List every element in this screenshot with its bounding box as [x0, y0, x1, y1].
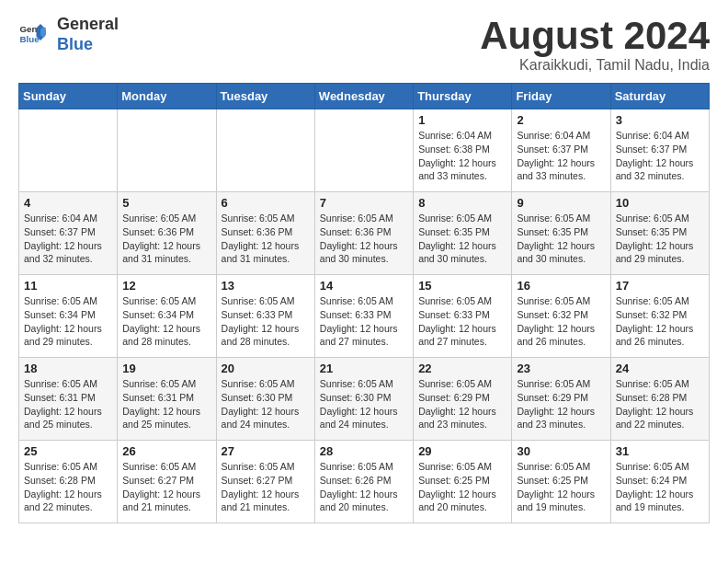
day-info: Sunrise: 6:05 AM Sunset: 6:27 PM Dayligh… — [222, 460, 310, 514]
day-number: 3 — [616, 113, 704, 127]
day-info: Sunrise: 6:05 AM Sunset: 6:36 PM Dayligh… — [122, 212, 210, 266]
calendar-week-row: 1Sunrise: 6:04 AM Sunset: 6:38 PM Daylig… — [19, 109, 710, 192]
day-number: 5 — [122, 196, 210, 210]
calendar-cell: 9Sunrise: 6:05 AM Sunset: 6:35 PM Daylig… — [512, 192, 610, 275]
day-info: Sunrise: 6:05 AM Sunset: 6:26 PM Dayligh… — [320, 460, 408, 514]
day-number: 4 — [24, 196, 112, 210]
calendar-cell: 8Sunrise: 6:05 AM Sunset: 6:35 PM Daylig… — [414, 192, 512, 275]
calendar-cell: 28Sunrise: 6:05 AM Sunset: 6:26 PM Dayli… — [314, 441, 413, 523]
day-info: Sunrise: 6:05 AM Sunset: 6:29 PM Dayligh… — [418, 377, 506, 431]
day-info: Sunrise: 6:05 AM Sunset: 6:29 PM Dayligh… — [517, 377, 605, 431]
calendar-cell: 15Sunrise: 6:05 AM Sunset: 6:33 PM Dayli… — [414, 275, 512, 358]
calendar-cell: 3Sunrise: 6:04 AM Sunset: 6:37 PM Daylig… — [610, 109, 709, 192]
day-number: 16 — [517, 279, 605, 293]
day-info: Sunrise: 6:05 AM Sunset: 6:27 PM Dayligh… — [122, 460, 210, 514]
header: General Blue GeneralBlue August 2024 Kar… — [18, 15, 710, 74]
day-info: Sunrise: 6:04 AM Sunset: 6:38 PM Dayligh… — [418, 129, 506, 183]
day-info: Sunrise: 6:05 AM Sunset: 6:36 PM Dayligh… — [222, 212, 310, 266]
day-number: 9 — [517, 196, 605, 210]
day-info: Sunrise: 6:05 AM Sunset: 6:33 PM Dayligh… — [222, 294, 310, 349]
calendar-cell: 5Sunrise: 6:05 AM Sunset: 6:36 PM Daylig… — [118, 192, 216, 275]
calendar-cell: 4Sunrise: 6:04 AM Sunset: 6:37 PM Daylig… — [19, 192, 118, 275]
calendar-cell: 12Sunrise: 6:05 AM Sunset: 6:34 PM Dayli… — [118, 275, 216, 358]
calendar-cell: 20Sunrise: 6:05 AM Sunset: 6:30 PM Dayli… — [216, 358, 314, 441]
day-info: Sunrise: 6:05 AM Sunset: 6:25 PM Dayligh… — [517, 460, 605, 514]
page-title: August 2024 — [480, 15, 710, 57]
day-info: Sunrise: 6:05 AM Sunset: 6:30 PM Dayligh… — [320, 377, 408, 431]
calendar-cell: 14Sunrise: 6:05 AM Sunset: 6:33 PM Dayli… — [314, 275, 413, 358]
day-number: 7 — [320, 196, 408, 210]
calendar-cell: 6Sunrise: 6:05 AM Sunset: 6:36 PM Daylig… — [216, 192, 314, 275]
logo-icon: General Blue — [18, 21, 46, 49]
day-number: 25 — [24, 444, 112, 458]
title-section: August 2024 Karaikkudi, Tamil Nadu, Indi… — [480, 15, 710, 74]
day-number: 21 — [320, 362, 408, 375]
calendar-cell — [314, 109, 413, 192]
calendar-cell — [118, 109, 216, 192]
day-info: Sunrise: 6:04 AM Sunset: 6:37 PM Dayligh… — [24, 212, 112, 266]
day-info: Sunrise: 6:04 AM Sunset: 6:37 PM Dayligh… — [616, 129, 704, 183]
day-info: Sunrise: 6:05 AM Sunset: 6:35 PM Dayligh… — [418, 212, 506, 266]
day-info: Sunrise: 6:04 AM Sunset: 6:37 PM Dayligh… — [517, 129, 605, 183]
calendar-week-row: 25Sunrise: 6:05 AM Sunset: 6:28 PM Dayli… — [19, 441, 710, 523]
calendar-cell: 30Sunrise: 6:05 AM Sunset: 6:25 PM Dayli… — [512, 441, 610, 523]
calendar-header-thursday: Thursday — [414, 84, 512, 109]
calendar-header-monday: Monday — [118, 84, 216, 109]
calendar-cell: 18Sunrise: 6:05 AM Sunset: 6:31 PM Dayli… — [19, 358, 118, 441]
calendar-cell — [19, 109, 118, 192]
day-number: 6 — [222, 196, 310, 210]
day-number: 27 — [222, 444, 310, 458]
day-number: 22 — [418, 362, 506, 375]
day-number: 17 — [616, 279, 704, 293]
logo: General Blue GeneralBlue — [18, 15, 119, 54]
day-number: 13 — [222, 279, 310, 293]
day-number: 11 — [24, 279, 112, 293]
calendar-cell: 16Sunrise: 6:05 AM Sunset: 6:32 PM Dayli… — [512, 275, 610, 358]
day-number: 29 — [418, 444, 506, 458]
day-info: Sunrise: 6:05 AM Sunset: 6:35 PM Dayligh… — [517, 212, 605, 266]
calendar-cell: 25Sunrise: 6:05 AM Sunset: 6:28 PM Dayli… — [19, 441, 118, 523]
calendar-cell: 21Sunrise: 6:05 AM Sunset: 6:30 PM Dayli… — [314, 358, 413, 441]
calendar-header-friday: Friday — [512, 84, 610, 109]
calendar-cell: 13Sunrise: 6:05 AM Sunset: 6:33 PM Dayli… — [216, 275, 314, 358]
calendar-week-row: 11Sunrise: 6:05 AM Sunset: 6:34 PM Dayli… — [19, 275, 710, 358]
day-number: 31 — [616, 444, 704, 458]
day-info: Sunrise: 6:05 AM Sunset: 6:28 PM Dayligh… — [24, 460, 112, 514]
day-number: 2 — [517, 113, 605, 127]
day-number: 12 — [122, 279, 210, 293]
day-number: 14 — [320, 279, 408, 293]
page-subtitle: Karaikkudi, Tamil Nadu, India — [480, 57, 710, 74]
calendar-week-row: 18Sunrise: 6:05 AM Sunset: 6:31 PM Dayli… — [19, 358, 710, 441]
day-info: Sunrise: 6:05 AM Sunset: 6:24 PM Dayligh… — [616, 460, 704, 514]
day-number: 23 — [517, 362, 605, 375]
calendar-cell: 17Sunrise: 6:05 AM Sunset: 6:32 PM Dayli… — [610, 275, 709, 358]
day-info: Sunrise: 6:05 AM Sunset: 6:31 PM Dayligh… — [122, 377, 210, 431]
day-number: 28 — [320, 444, 408, 458]
day-number: 24 — [616, 362, 704, 375]
day-info: Sunrise: 6:05 AM Sunset: 6:36 PM Dayligh… — [320, 212, 408, 266]
calendar-cell — [216, 109, 314, 192]
calendar-week-row: 4Sunrise: 6:04 AM Sunset: 6:37 PM Daylig… — [19, 192, 710, 275]
day-info: Sunrise: 6:05 AM Sunset: 6:28 PM Dayligh… — [616, 377, 704, 431]
calendar-cell: 11Sunrise: 6:05 AM Sunset: 6:34 PM Dayli… — [19, 275, 118, 358]
calendar-cell: 2Sunrise: 6:04 AM Sunset: 6:37 PM Daylig… — [512, 109, 610, 192]
calendar-cell: 31Sunrise: 6:05 AM Sunset: 6:24 PM Dayli… — [610, 441, 709, 523]
calendar-cell: 23Sunrise: 6:05 AM Sunset: 6:29 PM Dayli… — [512, 358, 610, 441]
day-info: Sunrise: 6:05 AM Sunset: 6:32 PM Dayligh… — [616, 294, 704, 349]
day-info: Sunrise: 6:05 AM Sunset: 6:31 PM Dayligh… — [24, 377, 112, 431]
day-number: 18 — [24, 362, 112, 375]
day-info: Sunrise: 6:05 AM Sunset: 6:32 PM Dayligh… — [517, 294, 605, 349]
day-number: 20 — [222, 362, 310, 375]
logo-blue-text: Blue — [57, 35, 119, 55]
day-number: 1 — [418, 113, 506, 127]
calendar-cell: 27Sunrise: 6:05 AM Sunset: 6:27 PM Dayli… — [216, 441, 314, 523]
calendar-cell: 7Sunrise: 6:05 AM Sunset: 6:36 PM Daylig… — [314, 192, 413, 275]
calendar-table: SundayMondayTuesdayWednesdayThursdayFrid… — [18, 83, 710, 523]
day-info: Sunrise: 6:05 AM Sunset: 6:35 PM Dayligh… — [616, 212, 704, 266]
calendar-cell: 19Sunrise: 6:05 AM Sunset: 6:31 PM Dayli… — [118, 358, 216, 441]
calendar-cell: 1Sunrise: 6:04 AM Sunset: 6:38 PM Daylig… — [414, 109, 512, 192]
calendar-cell: 10Sunrise: 6:05 AM Sunset: 6:35 PM Dayli… — [610, 192, 709, 275]
day-number: 19 — [122, 362, 210, 375]
calendar-cell: 26Sunrise: 6:05 AM Sunset: 6:27 PM Dayli… — [118, 441, 216, 523]
logo-general-text: General — [57, 15, 119, 35]
